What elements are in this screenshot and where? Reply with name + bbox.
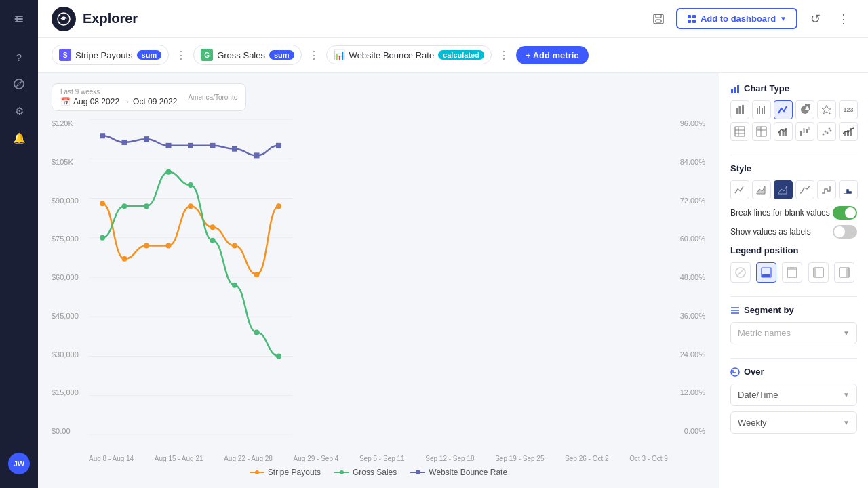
chart-type-pivot[interactable]	[752, 122, 771, 141]
svg-point-31	[166, 169, 172, 175]
app-logo	[52, 7, 76, 31]
over-icon	[730, 367, 740, 377]
svg-point-25	[232, 243, 237, 248]
chart-type-line[interactable]	[774, 100, 793, 119]
chart-type-table[interactable]	[730, 122, 749, 141]
y-right-label-3: 60.00%	[668, 235, 705, 243]
svg-point-21	[144, 243, 149, 248]
chart-type-grid: 123	[730, 100, 857, 119]
legend-pos-right[interactable]	[834, 262, 854, 283]
break-lines-label: Break lines for blank values	[730, 208, 830, 218]
legend-position-grid	[730, 262, 857, 283]
show-values-toggle-row: Show values as labels	[730, 225, 857, 239]
svg-rect-77	[803, 128, 805, 133]
svg-point-19	[100, 201, 105, 206]
svg-rect-45	[276, 143, 281, 148]
y-left-label-2: $90,000	[52, 197, 89, 205]
svg-point-2	[62, 18, 65, 20]
svg-point-23	[188, 203, 193, 209]
chart-type-number[interactable]: 123	[839, 100, 858, 119]
svg-line-92	[738, 270, 743, 275]
divider-3	[730, 358, 857, 359]
chart-type-waterfall[interactable]	[795, 122, 814, 141]
sidebar-item-settings[interactable]: ⚙	[8, 100, 30, 122]
svg-rect-40	[166, 143, 172, 148]
svg-point-47	[255, 470, 259, 474]
svg-rect-86	[847, 130, 849, 136]
break-lines-toggle[interactable]	[833, 206, 857, 220]
bounce-label: Website Bounce Rate	[349, 50, 435, 60]
chart-type-combo[interactable]	[839, 122, 858, 141]
chart-type-pie[interactable]	[795, 100, 814, 119]
style-title: Style	[730, 163, 857, 174]
sidebar-item-question[interactable]: ?	[8, 46, 30, 68]
style-area[interactable]	[752, 180, 771, 199]
y-right-label-2: 72.00%	[668, 197, 705, 205]
svg-point-35	[254, 330, 260, 336]
chart-type-scatter[interactable]	[817, 122, 836, 141]
chart-type-grouped-bar[interactable]	[752, 100, 771, 119]
refresh-icon[interactable]: ↺	[804, 8, 826, 30]
style-step-dark[interactable]	[839, 180, 858, 199]
sidebar-item-explore[interactable]	[8, 73, 30, 95]
y-left-label-6: $30,000	[52, 350, 89, 359]
svg-marker-64	[822, 105, 831, 114]
y-left-label-3: $75,000	[52, 235, 89, 243]
sidebar-collapse-icon[interactable]	[8, 8, 30, 30]
svg-point-26	[254, 272, 260, 277]
gross-badge: sum	[269, 50, 294, 60]
svg-rect-7	[692, 15, 696, 18]
divider-2	[730, 296, 857, 297]
topbar-left: Explorer	[52, 7, 138, 31]
gross-menu-dots[interactable]: ⋮	[307, 49, 321, 62]
legend-pos-top[interactable]	[782, 262, 802, 283]
chart-type-title: Chart Type	[730, 83, 857, 94]
svg-rect-6	[688, 15, 691, 18]
svg-rect-51	[416, 470, 420, 474]
date-range-selector[interactable]: Last 9 weeks 📅 Aug 08 2022 → Oct 09 2022…	[52, 83, 246, 111]
metric-pill-gross[interactable]: G Gross Sales sum	[193, 45, 301, 65]
legend-pos-left[interactable]	[808, 262, 829, 283]
chart-container: Last 9 weeks 📅 Aug 08 2022 → Oct 09 2022…	[38, 73, 719, 488]
y-left-label-5: $45,000	[52, 312, 89, 320]
stripe-menu-dots[interactable]: ⋮	[174, 49, 188, 62]
save-report-icon[interactable]	[648, 8, 669, 30]
svg-rect-65	[735, 127, 745, 136]
legend-pos-none[interactable]	[730, 262, 751, 283]
segment-dropdown[interactable]: Metric names ▼	[730, 322, 857, 344]
show-values-toggle[interactable]	[833, 225, 857, 239]
svg-marker-89	[778, 186, 787, 194]
style-area-dark[interactable]	[774, 180, 793, 199]
chart-type-bar[interactable]	[730, 100, 749, 119]
x-label-3: Aug 29 - Sep 4	[294, 455, 339, 462]
svg-rect-79	[808, 127, 810, 130]
x-label-2: Aug 22 - Aug 28	[224, 455, 273, 462]
sidebar-item-alerts[interactable]: 🔔	[8, 127, 30, 149]
svg-point-83	[829, 128, 831, 130]
over-dropdown[interactable]: Date/Time ▼	[730, 384, 857, 406]
chart-type-star[interactable]	[817, 100, 836, 119]
style-step[interactable]	[817, 180, 836, 199]
metrics-bar: S Stripe Payouts sum ⋮ G Gross Sales sum…	[38, 38, 868, 73]
segment-by-section: Segment by Metric names ▼	[730, 305, 857, 344]
frequency-dropdown-arrow: ▼	[843, 419, 850, 426]
frequency-dropdown[interactable]: Weekly ▼	[730, 411, 857, 434]
style-line[interactable]	[730, 180, 749, 199]
date-range-label: Last 9 weeks	[60, 88, 177, 96]
svg-rect-54	[737, 85, 739, 93]
more-options-icon[interactable]: ⋮	[833, 8, 854, 30]
svg-point-34	[232, 283, 237, 288]
metric-pill-bounce[interactable]: 📊 Website Bounce Rate calculated	[326, 45, 492, 64]
legend-pos-bottom[interactable]	[756, 262, 776, 283]
bounce-menu-dots[interactable]: ⋮	[497, 49, 511, 62]
gross-icon: G	[201, 49, 213, 61]
x-label-0: Aug 8 - Aug 14	[89, 455, 134, 462]
svg-point-22	[166, 243, 172, 248]
legend-stripe: Stripe Payouts	[250, 468, 321, 477]
add-metric-button[interactable]: + Add metric	[516, 46, 589, 64]
chart-type-bar-line[interactable]	[774, 122, 793, 141]
add-to-dashboard-button[interactable]: Add to dashboard ▼	[676, 8, 797, 29]
user-avatar[interactable]: JW	[8, 453, 30, 474]
style-smooth[interactable]	[795, 180, 814, 199]
metric-pill-stripe[interactable]: S Stripe Payouts sum	[52, 45, 169, 65]
